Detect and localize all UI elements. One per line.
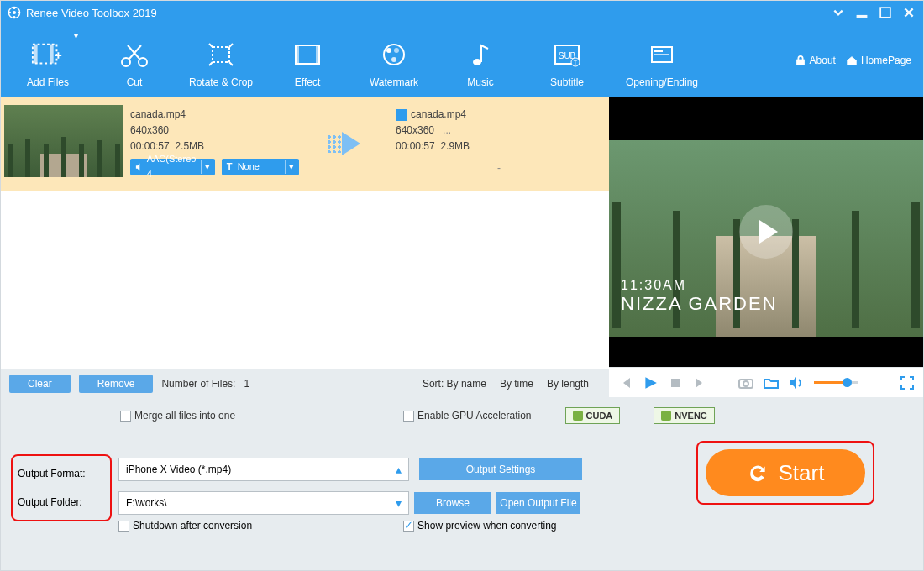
subtitle-track-selector[interactable]: T None▾	[222, 159, 299, 175]
chevron-down-icon: ▾	[396, 496, 402, 510]
target-size: 2.9MB	[440, 140, 470, 152]
toolbar-label: Subtitle	[550, 76, 584, 88]
snapshot-button[interactable]	[738, 375, 753, 390]
gpu-label: Enable GPU Acceleration	[417, 410, 531, 422]
browse-button[interactable]: Browse	[414, 492, 491, 514]
main-area: canada.mp4 640x360 00:00:57 2.5MB AAC(St…	[1, 97, 923, 397]
nvidia-icon	[661, 411, 671, 421]
refresh-icon	[747, 462, 769, 484]
player-controls	[609, 367, 923, 397]
target-file-info: canada.mp4 640x360 ... 00:00:57 2.9MB -	[396, 97, 609, 191]
output-settings-button[interactable]: Output Settings	[419, 458, 582, 480]
svg-rect-10	[50, 45, 54, 64]
toolbar-opening-ending[interactable]: Opening/Ending	[612, 28, 712, 93]
file-row[interactable]: canada.mp4 640x360 00:00:57 2.5MB AAC(St…	[1, 97, 609, 191]
fullscreen-button[interactable]	[900, 375, 915, 390]
subtitle-chip-label: None	[238, 160, 260, 175]
output-panel: Merge all files into one Enable GPU Acce…	[1, 397, 923, 543]
video-preview[interactable]: 11:30AM NIZZA GARDEN	[609, 97, 923, 367]
watermark-icon	[377, 36, 411, 73]
svg-rect-27	[654, 54, 669, 55]
highlight-output-labels: Output Format: Output Folder:	[11, 454, 112, 521]
sort-by-time[interactable]: By time	[500, 378, 533, 390]
close-button[interactable]	[901, 5, 916, 20]
clear-button[interactable]: Clear	[9, 375, 71, 393]
toolbar-cut[interactable]: Cut	[92, 28, 176, 93]
maximize-button[interactable]	[878, 5, 893, 20]
toolbar-watermark[interactable]: Watermark	[352, 28, 436, 93]
about-label: About	[810, 55, 836, 66]
remove-button[interactable]: Remove	[79, 375, 154, 393]
svg-point-20	[473, 59, 481, 65]
svg-point-5	[8, 12, 11, 14]
stop-button[interactable]	[668, 375, 683, 390]
svg-point-4	[13, 16, 16, 18]
toolbar-music[interactable]: Music	[438, 28, 522, 93]
output-format-select[interactable]: iPhone X Video (*.mp4) ▴	[118, 458, 409, 481]
sort-by-length[interactable]: By length	[547, 378, 589, 390]
homepage-button[interactable]: HomePage	[846, 55, 911, 66]
toolbar-label: Cut	[127, 76, 143, 88]
volume-slider[interactable]	[814, 381, 858, 384]
volume-button[interactable]	[789, 375, 804, 390]
music-note-icon	[464, 36, 497, 73]
source-thumbnail	[4, 105, 123, 177]
output-format-value: iPhone X Video (*.mp4)	[126, 464, 231, 475]
lock-icon	[795, 55, 806, 66]
toolbar-rotate-crop[interactable]: Rotate & Crop	[179, 28, 263, 93]
shutdown-checkbox[interactable]: Shutdown after conversion	[118, 520, 252, 532]
audio-track-selector[interactable]: AAC(Stereo 4▾	[130, 159, 215, 175]
prev-button[interactable]	[617, 375, 633, 390]
start-label: Start	[779, 460, 825, 486]
highlight-start: Start	[696, 441, 874, 505]
sort-label: Sort: By name	[423, 378, 486, 390]
toolbar-effect[interactable]: Effect	[265, 28, 349, 93]
home-icon	[846, 55, 858, 66]
crop-icon	[204, 36, 238, 73]
play-button[interactable]	[643, 375, 658, 390]
file-count-value: 1	[244, 378, 249, 390]
list-controls: Clear Remove Number of Files: 1 Sort: By…	[1, 369, 609, 397]
about-button[interactable]: About	[795, 55, 836, 66]
svg-rect-29	[671, 379, 680, 387]
toolbar-label: Opening/Ending	[626, 76, 698, 88]
toolbar-subtitle[interactable]: SUBT Subtitle	[525, 28, 609, 93]
target-duration: 00:00:57	[396, 140, 435, 152]
chevron-up-icon: ▴	[396, 463, 402, 476]
toolbar-add-files[interactable]: ▾ Add Files	[6, 28, 90, 93]
start-button[interactable]: Start	[706, 449, 865, 496]
show-preview-checkbox[interactable]: Show preview when converting	[403, 520, 556, 532]
svg-rect-15	[296, 45, 299, 64]
source-size: 2.5MB	[175, 140, 204, 152]
svg-point-18	[386, 48, 391, 53]
file-list-empty-area	[1, 191, 609, 369]
gpu-checkbox[interactable]: Enable GPU Acceleration	[403, 410, 531, 422]
film-icon	[291, 36, 324, 73]
minimize-button[interactable]	[854, 5, 869, 20]
svg-point-31	[743, 381, 748, 386]
svg-rect-14	[296, 45, 319, 64]
merge-checkbox[interactable]: Merge all files into one	[120, 410, 235, 422]
output-folder-label: Output Folder:	[18, 496, 110, 508]
svg-text:T: T	[574, 60, 578, 65]
file-count-label: Number of Files:	[161, 378, 235, 390]
svg-point-12	[139, 58, 147, 66]
next-button[interactable]	[693, 375, 708, 390]
nvidia-icon	[573, 411, 583, 421]
sort-by-name[interactable]: By name	[447, 378, 486, 390]
preview-overlay-text: 11:30AM NIZZA GARDEN	[621, 278, 778, 315]
open-output-file-button[interactable]: Open Output File	[496, 492, 580, 514]
subtitle-icon: SUBT	[550, 36, 584, 73]
card-icon	[645, 36, 679, 73]
shutdown-label: Shutdown after conversion	[133, 520, 252, 532]
play-overlay-icon[interactable]	[739, 205, 793, 259]
output-folder-select[interactable]: F:\works\ ▾	[118, 491, 409, 515]
homepage-label: HomePage	[861, 55, 911, 66]
audio-chip-label: AAC(Stereo 4	[147, 152, 197, 181]
svg-rect-13	[213, 47, 229, 62]
add-files-icon	[31, 36, 65, 73]
svg-point-11	[122, 58, 130, 66]
dropdown-menu-button[interactable]	[831, 5, 846, 20]
target-res-extra: ...	[443, 124, 451, 136]
open-folder-button[interactable]	[764, 375, 779, 390]
